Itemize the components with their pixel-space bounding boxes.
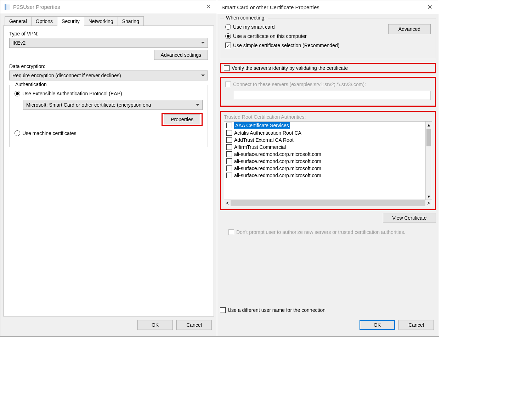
scrollbar-vertical[interactable]: ▴ ▾ xyxy=(425,122,432,200)
data-encryption-label: Data encryption: xyxy=(9,63,208,69)
scrollbar-horizontal[interactable]: < > xyxy=(224,200,432,206)
list-item: AddTrust External CA Root xyxy=(224,136,432,144)
scroll-up-icon: ▴ xyxy=(426,122,432,128)
vpn-type-label: Type of VPN: xyxy=(9,31,208,37)
when-connecting-legend: When connecting: xyxy=(224,15,268,21)
vpn-type-select[interactable]: IKEv2 xyxy=(9,38,208,48)
tab-networking[interactable]: Networking xyxy=(84,16,118,26)
list-item: ali-surface.redmond.corp.microsoft.com xyxy=(224,158,432,165)
scroll-left-icon: < xyxy=(224,200,231,206)
smart-card-label: Use my smart card xyxy=(233,24,275,30)
radio-machine-certificates[interactable] xyxy=(15,130,20,136)
app-icon xyxy=(5,4,10,10)
cancel-button[interactable]: Cancel xyxy=(176,320,212,330)
trusted-root-label: Trusted Root Certification Authorities: xyxy=(224,114,306,120)
connect-servers-label: Connect to these servers (examples:srv1;… xyxy=(233,82,366,87)
tab-general[interactable]: General xyxy=(5,16,32,26)
close-icon[interactable]: ✕ xyxy=(425,3,435,11)
dont-prompt-label: Don't prompt user to authorize new serve… xyxy=(236,229,405,235)
list-item: ali-surface.redmond.corp.microsoft.com xyxy=(224,172,432,179)
chevron-down-icon xyxy=(196,104,199,106)
tab-security[interactable]: Security xyxy=(57,16,84,26)
view-certificate-button[interactable]: View Certificate xyxy=(383,213,436,223)
machine-certs-label: Use machine certificates xyxy=(22,130,77,136)
chevron-down-icon xyxy=(201,75,205,77)
list-item: ali-surface.redmond.corp.microsoft.com xyxy=(224,151,432,158)
scroll-down-icon: ▾ xyxy=(426,193,432,200)
ok-button[interactable]: OK xyxy=(360,320,395,330)
properties-button[interactable]: Properties xyxy=(164,114,200,124)
trusted-root-listbox[interactable]: AAA Certificate Services Actalis Authent… xyxy=(224,121,432,206)
different-username-label: Use a different user name for the connec… xyxy=(228,307,326,313)
list-item: Actalis Authentication Root CA xyxy=(224,129,432,136)
checkbox-verify-identity[interactable] xyxy=(224,65,230,71)
checkbox-connect-servers[interactable] xyxy=(225,82,231,87)
tab-sharing[interactable]: Sharing xyxy=(118,16,144,26)
close-icon[interactable]: × xyxy=(204,3,213,11)
list-item: AffirmTrust Commercial xyxy=(224,144,432,151)
list-item: ali-surface.redmond.corp.microsoft.com xyxy=(224,165,432,172)
eap-label: Use Extensible Authentication Protocol (… xyxy=(22,91,122,96)
window-title-left: P2SUser Properties xyxy=(13,4,60,10)
ok-button[interactable]: OK xyxy=(137,320,173,330)
advanced-settings-button[interactable]: Advanced settings xyxy=(154,50,208,60)
simple-selection-label: Use simple certificate selection (Recomm… xyxy=(233,43,339,48)
checkbox-different-username[interactable] xyxy=(220,307,226,313)
advanced-button[interactable]: Advanced xyxy=(388,24,431,34)
data-encryption-select[interactable]: Require encryption (disconnect if server… xyxy=(9,71,208,80)
verify-identity-label: Verify the server's identity by validati… xyxy=(232,65,348,71)
eap-method-select[interactable]: Microsoft: Smart Card or other certifica… xyxy=(23,100,203,110)
scroll-right-icon: > xyxy=(425,200,432,206)
window-title-right: Smart Card or other Certificate Properti… xyxy=(221,4,319,10)
tab-options[interactable]: Options xyxy=(31,16,57,26)
radio-use-eap[interactable] xyxy=(15,91,20,96)
list-item: AAA Certificate Services xyxy=(224,122,432,129)
connect-servers-input[interactable] xyxy=(234,91,431,100)
authentication-legend: Authentication xyxy=(13,82,49,87)
cancel-button[interactable]: Cancel xyxy=(398,320,434,330)
use-certificate-label: Use a certificate on this computer xyxy=(233,33,307,39)
radio-smart-card[interactable] xyxy=(225,24,231,30)
checkbox-simple-selection[interactable] xyxy=(225,43,231,48)
checkbox-dont-prompt[interactable] xyxy=(228,229,234,235)
radio-use-certificate[interactable] xyxy=(225,33,231,39)
chevron-down-icon xyxy=(201,42,205,44)
